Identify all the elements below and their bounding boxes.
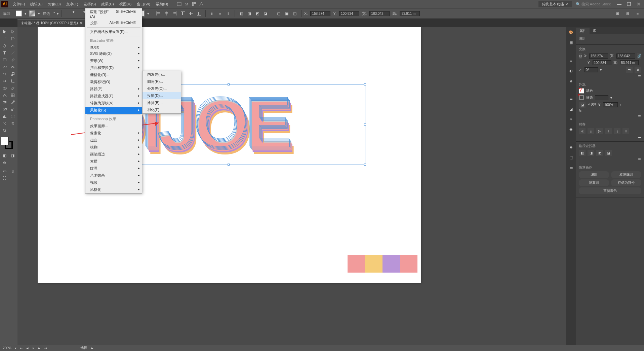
- window-restore[interactable]: ❐: [625, 1, 633, 7]
- chevron-down-icon[interactable]: ▾: [610, 96, 612, 100]
- shaper-tool[interactable]: [1, 64, 8, 70]
- menu-effect-gallery[interactable]: 效果画廊...: [85, 122, 142, 130]
- distribute-h-icon[interactable]: ⫼: [208, 10, 216, 17]
- menu-view[interactable]: 视图(V): [117, 1, 134, 8]
- brush-definition-icon[interactable]: —: [75, 10, 83, 17]
- menu-blur[interactable]: 模糊▸: [85, 144, 142, 151]
- menu-brush-strokes[interactable]: 画笔描边▸: [85, 151, 142, 158]
- screen-mode-icon[interactable]: ⛶: [1, 175, 8, 181]
- gradient-mode-icon[interactable]: ◨: [9, 152, 16, 159]
- shape-builder-tool[interactable]: [1, 85, 8, 92]
- fx-label[interactable]: fx.: [579, 109, 582, 113]
- opacity-input[interactable]: [603, 102, 618, 107]
- nav-last-icon[interactable]: ⇥: [44, 346, 47, 350]
- stroke-profile-icon[interactable]: —: [65, 10, 72, 17]
- color-panel-icon[interactable]: 🎨: [568, 29, 574, 36]
- menu-last-effect[interactable]: 投影...Alt+Shift+Ctrl+E: [85, 20, 142, 27]
- menu-stylize[interactable]: 风格化(S)▸: [85, 107, 142, 114]
- cloud-doc-icon[interactable]: [175, 0, 183, 8]
- column-graph-tool[interactable]: [1, 113, 8, 120]
- free-transform-tool[interactable]: [9, 78, 16, 84]
- magic-wand-tool[interactable]: [1, 35, 8, 42]
- blend-tool[interactable]: [1, 106, 8, 113]
- w-input[interactable]: [616, 54, 635, 59]
- eyedropper-tool[interactable]: [9, 99, 16, 106]
- nav-next-icon[interactable]: ►: [37, 346, 41, 350]
- stroke-weight-input[interactable]: [595, 95, 608, 100]
- pathfinder-minus-icon[interactable]: ◨: [588, 150, 594, 156]
- menu-raster-settings[interactable]: 文档栅格效果设置(E)...: [85, 28, 142, 35]
- menu-svg-filters[interactable]: SVG 滤镜(G)▸: [85, 50, 142, 57]
- nav-first-icon[interactable]: ⇤: [20, 346, 23, 350]
- align-left-icon[interactable]: [155, 10, 162, 17]
- pathfinder-unite-icon[interactable]: ◧: [238, 10, 245, 17]
- stroke-panel-icon[interactable]: ≡: [568, 57, 574, 64]
- align-top-icon[interactable]: ⫵: [605, 128, 612, 134]
- live-paint-tool[interactable]: [9, 85, 16, 92]
- chevron-down-icon[interactable]: ▾: [25, 11, 27, 16]
- h-input[interactable]: [400, 11, 420, 16]
- workspace-selector[interactable]: 传统基本功能 ∨: [538, 1, 571, 7]
- stock-icon[interactable]: St: [183, 0, 190, 8]
- paintbrush-tool[interactable]: [9, 57, 16, 63]
- menu-type[interactable]: 文字(T): [64, 1, 81, 8]
- menu-texture[interactable]: 纹理▸: [85, 165, 142, 172]
- menu-pathfinder[interactable]: 路径查找器(F)▸: [85, 93, 142, 100]
- align-right-icon[interactable]: [171, 10, 178, 17]
- isolate-button[interactable]: 隔离组: [579, 179, 609, 186]
- align-bottom-icon[interactable]: [195, 10, 203, 17]
- artboard-tool[interactable]: [9, 113, 16, 120]
- appearance-panel-icon[interactable]: ☀: [568, 116, 574, 122]
- x-input[interactable]: [310, 11, 330, 16]
- save-symbol-button[interactable]: 存储为符号: [611, 179, 641, 186]
- arrange-icon[interactable]: [190, 0, 198, 8]
- hand-tool[interactable]: [9, 120, 16, 127]
- pathfinder-minus-icon[interactable]: ◨: [246, 10, 253, 17]
- asset-export-panel-icon[interactable]: ⬚: [568, 154, 574, 161]
- menu-distort-transform[interactable]: 扭曲和变换(D)▸: [85, 64, 142, 71]
- window-minimize[interactable]: —: [615, 1, 623, 7]
- fill-color[interactable]: [1, 137, 9, 145]
- flip-v-icon[interactable]: ⇵: [635, 67, 641, 73]
- type-tool[interactable]: T: [1, 49, 8, 56]
- menu-ps-stylize[interactable]: 风格化▸: [85, 186, 142, 193]
- menu-drop-shadow[interactable]: 投影(D)...: [143, 92, 181, 99]
- menu-outer-glow[interactable]: 外发光(O)...: [143, 85, 181, 92]
- menu-artistic[interactable]: 艺术效果▸: [85, 172, 142, 179]
- line-segment-tool[interactable]: [9, 49, 16, 56]
- rectangle-tool[interactable]: [1, 57, 8, 63]
- more-options-icon[interactable]: •••: [638, 74, 641, 78]
- align-right-icon[interactable]: ⫸: [596, 128, 603, 134]
- close-icon[interactable]: ×: [80, 21, 82, 26]
- align-vcenter-icon[interactable]: [187, 10, 195, 17]
- menu-window[interactable]: 窗口(W): [134, 1, 153, 8]
- zoom-level[interactable]: 200%: [3, 346, 11, 350]
- graphic-styles-panel-icon[interactable]: ◉: [568, 126, 574, 133]
- tab-properties[interactable]: 属性: [576, 28, 590, 34]
- w-input[interactable]: [369, 11, 390, 16]
- slice-tool[interactable]: [1, 120, 8, 127]
- align-top-icon[interactable]: [179, 10, 187, 17]
- menu-sketch[interactable]: 素描▸: [85, 158, 142, 165]
- panel-menu-icon[interactable]: ≡: [634, 10, 641, 17]
- menu-object[interactable]: 对象(O): [45, 1, 64, 8]
- nav-prev-icon[interactable]: ◄: [26, 346, 29, 350]
- menu-pixelate[interactable]: 像素化▸: [85, 130, 142, 137]
- distribute-v-icon[interactable]: ≡: [216, 10, 224, 17]
- fill-stroke-colors[interactable]: [1, 137, 13, 150]
- brushes-panel-icon[interactable]: ≣: [568, 96, 574, 102]
- ungroup-button[interactable]: 取消编组: [611, 171, 641, 178]
- flip-h-icon[interactable]: ⇋: [626, 67, 633, 73]
- group-button[interactable]: 编组: [579, 171, 609, 178]
- curvature-tool[interactable]: [9, 42, 16, 49]
- selection-tool[interactable]: [1, 28, 8, 35]
- h-input[interactable]: [620, 60, 639, 65]
- draw-normal-icon[interactable]: ▭: [1, 168, 8, 174]
- menu-warp[interactable]: 变形(W)▸: [85, 57, 142, 64]
- more-options-icon[interactable]: •••: [638, 136, 641, 139]
- menu-file[interactable]: 文件(F): [10, 1, 28, 8]
- scale-tool[interactable]: [9, 71, 16, 77]
- shape-mode-1-icon[interactable]: ▢: [275, 10, 282, 17]
- lasso-tool[interactable]: [9, 35, 16, 42]
- menu-scribble[interactable]: 涂抹(B)...: [143, 99, 181, 106]
